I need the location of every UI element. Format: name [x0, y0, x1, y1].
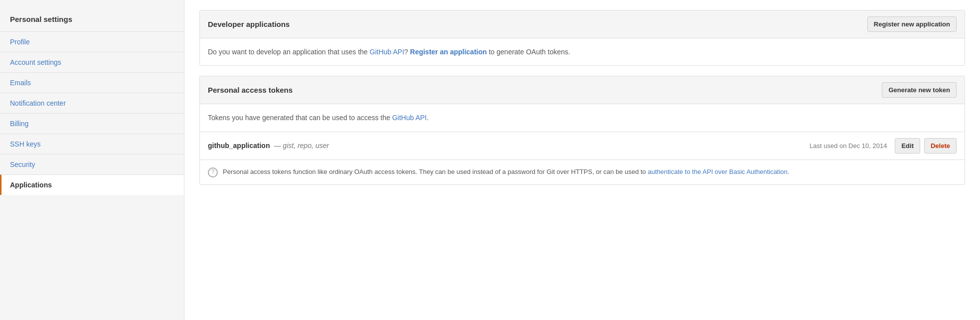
sidebar-link-notification-center[interactable]: Notification center [0, 93, 184, 113]
token-last-used: Last used on Dec 10, 2014 [810, 142, 887, 150]
pat-help-row: ? Personal access tokens function like o… [200, 160, 965, 184]
pat-help-text-end: . [788, 168, 790, 175]
pat-help-text-start: Personal access tokens function like ord… [223, 168, 648, 175]
token-info: github_application — gist, repo, user [208, 142, 329, 150]
token-delete-button[interactable]: Delete [924, 138, 957, 154]
token-edit-button[interactable]: Edit [895, 138, 920, 154]
github-api-link-dev[interactable]: GitHub API [370, 48, 404, 56]
developer-applications-title: Developer applications [208, 20, 290, 28]
sidebar-item-billing[interactable]: Billing [0, 113, 184, 134]
sidebar-item-account-settings[interactable]: Account settings [0, 52, 184, 72]
sidebar-item-ssh-keys[interactable]: SSH keys [0, 134, 184, 154]
personal-access-tokens-section: Personal access tokens Generate new toke… [199, 76, 965, 184]
sidebar-item-security[interactable]: Security [0, 154, 184, 174]
pat-desc-end: . [427, 114, 429, 122]
register-new-application-button[interactable]: Register new application [867, 16, 957, 32]
developer-applications-header: Developer applications Register new appl… [200, 10, 965, 38]
sidebar: Personal settings Profile Account settin… [0, 0, 184, 320]
personal-access-tokens-header: Personal access tokens Generate new toke… [200, 76, 965, 104]
sidebar-link-profile[interactable]: Profile [0, 32, 184, 52]
pat-help-link[interactable]: authenticate to the API over Basic Authe… [648, 168, 787, 175]
developer-applications-description: Do you want to develop an application th… [208, 46, 957, 57]
dev-apps-desc-middle: ? [404, 48, 410, 56]
dev-apps-desc-start: Do you want to develop an application th… [208, 48, 370, 56]
main-content: Developer applications Register new appl… [184, 0, 980, 320]
developer-applications-section: Developer applications Register new appl… [199, 10, 965, 66]
token-name: github_application [208, 142, 270, 150]
sidebar-item-profile[interactable]: Profile [0, 31, 184, 52]
register-an-application-link[interactable]: Register an application [410, 48, 487, 56]
sidebar-link-ssh-keys[interactable]: SSH keys [0, 134, 184, 154]
sidebar-item-emails[interactable]: Emails [0, 72, 184, 93]
personal-access-tokens-title: Personal access tokens [208, 86, 293, 94]
sidebar-nav: Profile Account settings Emails Notifica… [0, 31, 184, 195]
personal-access-tokens-description: Tokens you have generated that can be us… [208, 112, 957, 123]
sidebar-link-emails[interactable]: Emails [0, 73, 184, 93]
generate-new-token-button[interactable]: Generate new token [882, 82, 957, 98]
sidebar-link-account-settings[interactable]: Account settings [0, 52, 184, 72]
token-actions: Last used on Dec 10, 2014 Edit Delete [810, 138, 957, 154]
token-row: github_application — gist, repo, user La… [200, 132, 965, 160]
personal-access-tokens-desc-body: Tokens you have generated that can be us… [200, 104, 965, 131]
sidebar-link-applications[interactable]: Applications [1, 175, 184, 195]
sidebar-item-notification-center[interactable]: Notification center [0, 93, 184, 113]
sidebar-item-applications[interactable]: Applications [0, 174, 184, 195]
help-icon: ? [208, 167, 218, 177]
pat-help-text: Personal access tokens function like ord… [223, 167, 789, 177]
pat-desc-start: Tokens you have generated that can be us… [208, 114, 392, 122]
developer-applications-body: Do you want to develop an application th… [200, 38, 965, 65]
sidebar-link-billing[interactable]: Billing [0, 114, 184, 134]
sidebar-link-security[interactable]: Security [0, 155, 184, 174]
token-scopes: gist, repo, user [283, 142, 329, 150]
token-separator: — [274, 142, 283, 150]
sidebar-title: Personal settings [0, 10, 184, 31]
token-separator-scopes: — gist, repo, user [274, 142, 329, 150]
github-api-link-pat[interactable]: GitHub API [392, 114, 427, 122]
dev-apps-desc-end: to generate OAuth tokens. [487, 48, 570, 56]
